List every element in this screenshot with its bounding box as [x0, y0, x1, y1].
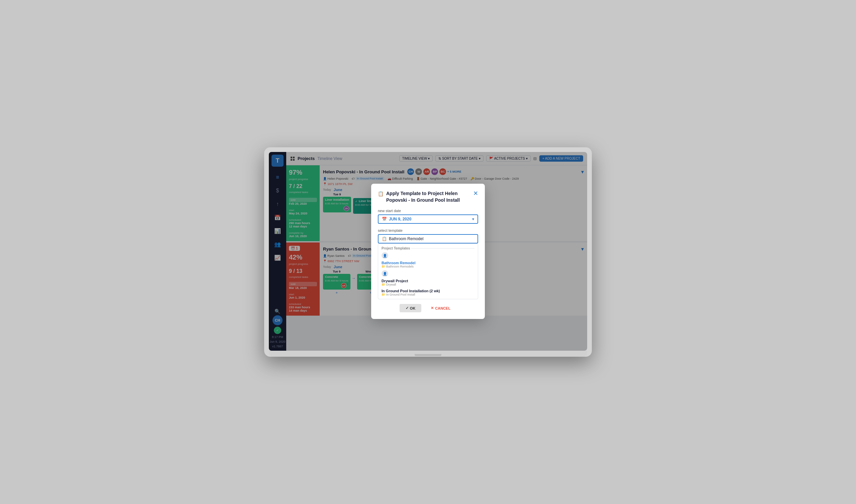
template-item-drywall[interactable]: Drywall Project 📁 Drywall	[378, 277, 478, 288]
ok-checkmark-icon: ✓	[406, 306, 409, 310]
template-item-bathroom[interactable]: Bathroom Remodel 📁 Bathroom Remodels	[378, 259, 478, 270]
modal-close-button[interactable]: ✕	[473, 191, 478, 196]
modal-header: 📋 Apply Template to Project Helen Popovs…	[378, 191, 478, 203]
dropdown-person-icon-1: 👤	[381, 252, 388, 259]
select-template-field: select template 📋 Project Templates 👤	[378, 229, 478, 299]
template-pool-sub: 📁 In Ground Pool Install	[381, 293, 475, 296]
template-item-pool[interactable]: In Ground Pool Installation (2 wk) 📁 In …	[378, 288, 478, 298]
dropdown-person-icon-2: 👤	[381, 270, 388, 277]
calendar-icon: 📅	[382, 217, 387, 221]
template-bathroom-sub: 📁 Bathroom Remodels	[381, 265, 475, 268]
modal-actions: ✓ OK ✕ CANCEL	[378, 304, 478, 312]
new-start-date-field: new start date 📅 JUN 9, 2020 ▾	[378, 209, 478, 224]
dropdown-section-header: Project Templates	[378, 245, 478, 252]
template-dropdown: Project Templates 👤 Bathroom Remodel 📁 B…	[378, 244, 478, 299]
template-drywall-sub: 📁 Drywall	[381, 283, 475, 286]
date-chevron-icon: ▾	[472, 217, 474, 221]
main-content: Projects Timeline View TIMELINE VIEW ▾ ⇅…	[286, 152, 587, 351]
apply-template-modal: 📋 Apply Template to Project Helen Popovs…	[371, 184, 485, 319]
template-bathroom-name: Bathroom Remodel	[381, 261, 475, 265]
template-icon: 📋	[382, 236, 387, 241]
date-value: JUN 9, 2020	[389, 217, 470, 221]
date-picker[interactable]: 📅 JUN 9, 2020 ▾	[378, 214, 478, 224]
select-template-label: select template	[378, 229, 478, 232]
cancel-x-icon: ✕	[431, 306, 434, 310]
modal-overlay[interactable]: 📋 Apply Template to Project Helen Popovs…	[286, 152, 587, 351]
ok-label: OK	[410, 306, 416, 310]
template-drywall-name: Drywall Project	[381, 279, 475, 283]
template-pool-name: In Ground Pool Installation (2 wk)	[381, 289, 475, 293]
template-drywall-sub-text: Drywall	[386, 283, 396, 286]
modal-icon: 📋	[378, 191, 383, 196]
cancel-button[interactable]: ✕ CANCEL	[425, 304, 457, 312]
template-search-input[interactable]	[389, 236, 474, 241]
ok-button[interactable]: ✓ OK	[399, 304, 422, 312]
new-start-date-label: new start date	[378, 209, 478, 213]
template-search-input-wrapper: 📋	[378, 234, 478, 244]
section-header-label: Project Templates	[381, 247, 410, 250]
cancel-label: CANCEL	[435, 306, 450, 310]
template-bathroom-sub-text: Bathroom Remodels	[386, 265, 414, 268]
modal-title: Apply Template to Project Helen Popovski…	[386, 191, 473, 203]
template-pool-sub-text: In Ground Pool Install	[386, 293, 415, 296]
